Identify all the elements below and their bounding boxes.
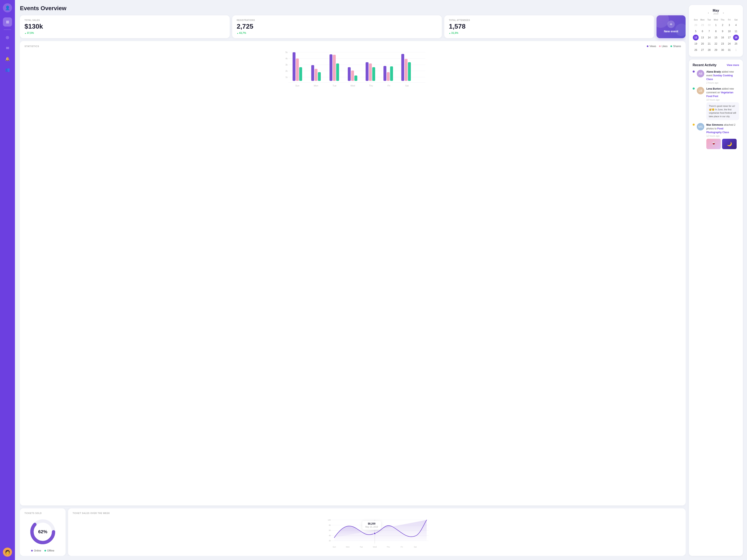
cal-day[interactable]: 10 bbox=[726, 28, 732, 34]
registrations-card: REGISTRATIONS 2,725 43,7% bbox=[232, 15, 442, 38]
legend-label-shares: Shares bbox=[673, 45, 681, 48]
svg-rect-30 bbox=[405, 59, 408, 81]
tickets-sold-title: TICKETS SOLD bbox=[25, 512, 61, 514]
donut-percent: 62% bbox=[38, 529, 47, 534]
statistics-header: STATISTICS Views Likes Shares bbox=[25, 45, 681, 48]
cal-day[interactable]: 26 bbox=[693, 47, 699, 53]
cal-day[interactable]: 19 bbox=[693, 41, 699, 47]
legend-dot-shares bbox=[670, 46, 672, 47]
cal-day[interactable]: 6 bbox=[699, 28, 705, 34]
cal-day[interactable]: 29 bbox=[699, 22, 705, 28]
svg-text:2k: 2k bbox=[285, 70, 288, 72]
cal-day[interactable]: 1 bbox=[713, 22, 719, 28]
new-event-card[interactable]: + New event bbox=[656, 15, 686, 38]
activity-avatar: AB bbox=[697, 70, 704, 77]
cal-day[interactable]: 14 bbox=[706, 35, 712, 41]
svg-rect-15 bbox=[314, 69, 317, 81]
cal-day[interactable]: 4 bbox=[733, 22, 739, 28]
cal-day[interactable]: 9 bbox=[720, 28, 725, 34]
cal-day[interactable]: 1 bbox=[733, 47, 739, 53]
cal-day[interactable]: 27 bbox=[699, 47, 705, 53]
bottom-row: TICKETS SOLD 62% Online bbox=[20, 508, 686, 556]
cal-day-selected[interactable]: 18 bbox=[733, 35, 739, 41]
cal-header-fri: Fri bbox=[726, 18, 732, 22]
activity-photo-2: 🌙 bbox=[722, 139, 737, 149]
cal-day[interactable]: 21 bbox=[706, 41, 712, 47]
cal-day[interactable]: 20 bbox=[699, 41, 705, 47]
activity-time: 2 hours ago bbox=[706, 81, 739, 84]
svg-text:Sun: Sun bbox=[295, 84, 300, 87]
sidebar-item-inbox[interactable]: ✉ bbox=[3, 44, 12, 53]
donut-chart-container: 62% bbox=[25, 517, 61, 546]
svg-text:3k: 3k bbox=[285, 64, 288, 66]
cal-day[interactable]: 17 bbox=[726, 35, 732, 41]
total-sales-value: $130k bbox=[25, 23, 225, 30]
cal-day[interactable]: 5 bbox=[693, 28, 699, 34]
cal-day[interactable]: 8 bbox=[713, 28, 719, 34]
svg-rect-17 bbox=[330, 54, 332, 81]
registrations-label: REGISTRATIONS bbox=[237, 19, 437, 21]
svg-text:4k: 4k bbox=[285, 57, 288, 60]
sidebar-item-users[interactable]: 👥 bbox=[3, 65, 12, 74]
app-logo[interactable]: 👤 bbox=[3, 3, 12, 12]
svg-text:2k: 2k bbox=[329, 540, 331, 542]
logo-icon: 👤 bbox=[5, 5, 10, 10]
ticket-sales-card: TICKET SALES OVER THE WEEK 10k 8k 6k 4k … bbox=[68, 508, 686, 556]
cal-day-today[interactable]: 12 bbox=[693, 35, 699, 41]
sidebar-item-explore[interactable]: ◎ bbox=[3, 33, 12, 42]
cal-day[interactable]: 30 bbox=[706, 22, 712, 28]
cal-day[interactable]: 16 bbox=[720, 35, 725, 41]
activity-item: AB Alana Brady added new event Sunday Co… bbox=[693, 70, 739, 84]
svg-text:Sun: Sun bbox=[333, 546, 336, 548]
calendar-prev-button[interactable]: ‹ bbox=[706, 10, 710, 15]
cal-day[interactable]: 25 bbox=[733, 41, 739, 47]
svg-text:5k: 5k bbox=[285, 51, 288, 54]
svg-rect-21 bbox=[351, 71, 354, 81]
cal-day[interactable]: 29 bbox=[713, 47, 719, 53]
view-more-button[interactable]: View more bbox=[727, 64, 739, 66]
calendar-next-button[interactable]: › bbox=[722, 10, 725, 15]
svg-rect-16 bbox=[318, 72, 321, 81]
sidebar: 👤 ⊞ ◎ ✉ 🔔 👥 🧑 bbox=[0, 0, 15, 560]
online-legend: Online bbox=[31, 549, 41, 552]
comment-bubble: There's good news for us! 🥳😊 In June, th… bbox=[706, 102, 739, 120]
cal-day[interactable]: 2 bbox=[720, 22, 725, 28]
cal-day[interactable]: 13 bbox=[699, 35, 705, 41]
cal-day[interactable]: 15 bbox=[713, 35, 719, 41]
cal-day[interactable]: 28 bbox=[706, 47, 712, 53]
sidebar-item-notifications[interactable]: 🔔 bbox=[3, 54, 12, 63]
page-title: Events Overview bbox=[20, 5, 686, 11]
activity-text: Max Simmons attached 2 photos to Food Ph… bbox=[706, 123, 739, 134]
cal-day[interactable]: 3 bbox=[726, 22, 732, 28]
cal-header-tue: Tue bbox=[706, 18, 712, 22]
svg-text:Tue: Tue bbox=[360, 546, 363, 548]
svg-text:6k: 6k bbox=[329, 529, 331, 531]
new-event-plus-icon: + bbox=[667, 21, 675, 28]
cal-header-thu: Thu bbox=[719, 18, 726, 22]
cal-day[interactable]: 7 bbox=[706, 28, 712, 34]
svg-rect-23 bbox=[366, 62, 368, 81]
svg-text:$8,200: $8,200 bbox=[368, 522, 376, 525]
activity-item: MS Max Simmons attached 2 photos to Food… bbox=[693, 123, 739, 149]
svg-text:Fri: Fri bbox=[401, 546, 403, 548]
legend-views: Views bbox=[647, 45, 656, 48]
sidebar-item-dashboard[interactable]: ⊞ bbox=[3, 18, 12, 27]
cal-day[interactable]: 28 bbox=[693, 22, 699, 28]
cal-day[interactable]: 24 bbox=[726, 41, 732, 47]
cal-day[interactable]: 11 bbox=[733, 28, 739, 34]
cal-day[interactable]: 23 bbox=[720, 41, 725, 47]
user-avatar[interactable]: 🧑 bbox=[3, 548, 12, 557]
cal-day[interactable]: 22 bbox=[713, 41, 719, 47]
svg-rect-25 bbox=[372, 67, 375, 81]
dashboard-icon: ⊞ bbox=[6, 20, 9, 24]
svg-rect-12 bbox=[296, 58, 299, 81]
cal-day[interactable]: 31 bbox=[726, 47, 732, 53]
line-chart: 10k 8k 6k 4k 2k bbox=[73, 517, 681, 550]
activity-name: Alana Brady bbox=[706, 70, 721, 73]
svg-text:Mon: Mon bbox=[346, 546, 350, 548]
activity-time: 12 hours ago bbox=[706, 135, 739, 137]
legend-dot-views bbox=[647, 46, 648, 47]
cal-header-wed: Wed bbox=[713, 18, 719, 22]
calendar-grid: Sun Mon Tue Wed Thu Fri Sat 28 29 30 1 2… bbox=[693, 18, 739, 53]
cal-day[interactable]: 30 bbox=[720, 47, 725, 53]
